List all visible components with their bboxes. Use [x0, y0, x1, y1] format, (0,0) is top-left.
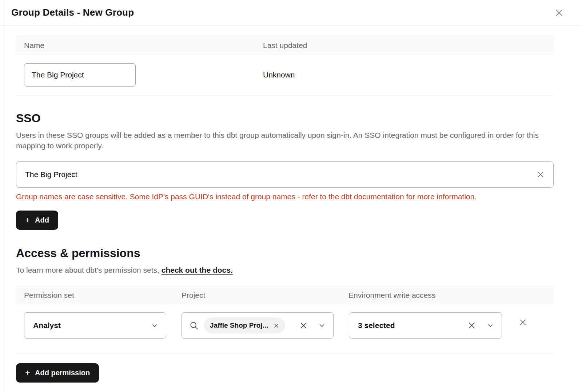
- sso-description: Users in these SSO groups will be added …: [16, 130, 553, 151]
- chevron-down-icon: [151, 322, 158, 329]
- last-updated-value: Unknown: [263, 71, 295, 79]
- add-button-label: Add: [35, 216, 49, 224]
- page-title: Group Details - New Group: [11, 7, 134, 18]
- group-name-cell: [24, 63, 263, 87]
- access-description-text: To learn more about dbt's permission set…: [16, 266, 162, 274]
- column-header-project: Project: [182, 291, 348, 300]
- chip-remove-icon[interactable]: [274, 323, 279, 328]
- plus-icon: +: [25, 368, 30, 377]
- clear-icon[interactable]: [299, 321, 308, 331]
- sso-group-input[interactable]: [16, 161, 554, 188]
- plus-icon: +: [25, 216, 30, 224]
- docs-link[interactable]: check out the docs.: [162, 266, 233, 274]
- project-chip-label: Jaffle Shop Proj...: [210, 321, 268, 329]
- column-header-last-updated: Last updated: [263, 41, 307, 50]
- add-sso-group-button[interactable]: + Add: [16, 211, 58, 230]
- clear-icon: [535, 169, 546, 180]
- column-header-permission-set: Permission set: [24, 291, 182, 300]
- close-button[interactable]: [553, 7, 565, 19]
- environment-write-access-value: 3 selected: [358, 321, 395, 330]
- sso-clear-button[interactable]: [535, 169, 546, 180]
- project-chip: Jaffle Shop Proj...: [204, 317, 285, 333]
- access-permissions-section: Access & permissions To learn more about…: [16, 247, 554, 383]
- delete-row-icon: [518, 317, 528, 327]
- delete-permission-button[interactable]: [518, 317, 528, 327]
- modal-body: Name Last updated Unknown SSO Users in t…: [0, 36, 582, 383]
- panel-left-edge: [3, 0, 3, 392]
- permissions-table-header: Permission set Project Environment write…: [16, 286, 554, 304]
- chevron-down-icon: [318, 322, 326, 329]
- sso-warning-text: Group names are case sensitive. Some IdP…: [16, 192, 554, 201]
- clear-icon[interactable]: [467, 320, 477, 331]
- chevron-down-icon: [487, 322, 494, 329]
- environment-write-access-select[interactable]: 3 selected: [349, 312, 502, 339]
- close-icon: [553, 7, 565, 19]
- access-description: To learn more about dbt's permission set…: [16, 265, 553, 275]
- add-permission-button-label: Add permission: [35, 369, 90, 377]
- group-name-input[interactable]: [24, 63, 136, 87]
- group-table-row: Unknown: [16, 55, 554, 96]
- project-multiselect[interactable]: Jaffle Shop Proj...: [182, 312, 334, 339]
- sso-group-field: [16, 161, 554, 188]
- permissions-table: Permission set Project Environment write…: [16, 286, 554, 354]
- sso-section: SSO Users in these SSO groups will be ad…: [16, 112, 554, 230]
- search-icon: [189, 321, 199, 331]
- group-name-section: Name Last updated Unknown: [16, 36, 554, 96]
- add-permission-button[interactable]: + Add permission: [16, 363, 99, 383]
- column-header-environment-write-access: Environment write access: [348, 291, 435, 300]
- permission-set-select[interactable]: Analyst: [24, 312, 166, 339]
- sso-heading: SSO: [16, 112, 554, 125]
- group-table-header: Name Last updated: [16, 36, 554, 55]
- access-heading: Access & permissions: [16, 247, 554, 260]
- modal-header: Group Details - New Group: [0, 0, 582, 25]
- permission-set-value: Analyst: [33, 321, 61, 330]
- column-header-name: Name: [24, 41, 263, 50]
- permission-row: Analyst Jaffle Shop Proj...: [16, 304, 554, 354]
